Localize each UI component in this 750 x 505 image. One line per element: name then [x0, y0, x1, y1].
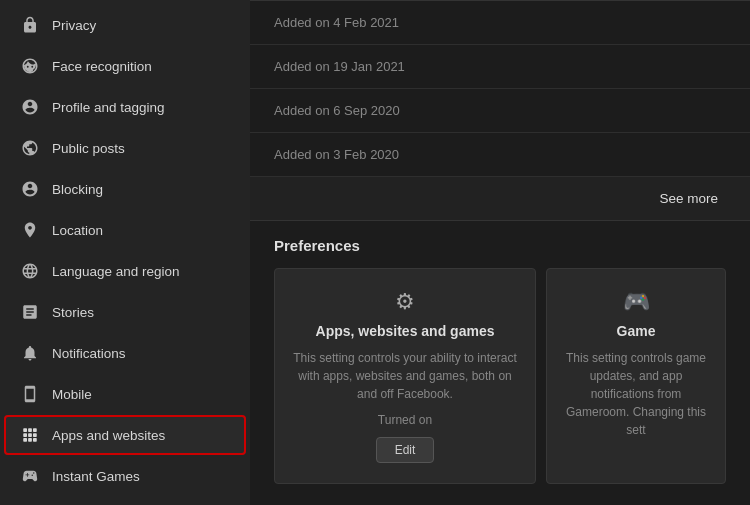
- svg-rect-3: [23, 433, 27, 437]
- apps-websites-games-title: Apps, websites and games: [291, 323, 519, 339]
- apps-websites-games-edit-button[interactable]: Edit: [376, 437, 435, 463]
- sidebar-label-mobile: Mobile: [52, 387, 92, 402]
- sidebar-label-stories: Stories: [52, 305, 94, 320]
- sidebar: Privacy Face recognition Profile and tag…: [0, 0, 250, 505]
- sidebar-item-notifications[interactable]: Notifications: [4, 333, 246, 373]
- stories-icon: [20, 302, 40, 322]
- svg-rect-6: [23, 438, 27, 442]
- sidebar-item-location[interactable]: Location: [4, 210, 246, 250]
- game-title: Game: [563, 323, 709, 339]
- sidebar-item-instant-games[interactable]: Instant Games: [4, 456, 246, 496]
- sidebar-item-profile-tagging[interactable]: Profile and tagging: [4, 87, 246, 127]
- sidebar-item-apps-websites[interactable]: Apps and websites: [4, 415, 246, 455]
- sidebar-item-public-posts[interactable]: Public posts: [4, 128, 246, 168]
- svg-rect-0: [23, 428, 27, 432]
- gamepad-icon: [20, 466, 40, 486]
- svg-rect-1: [28, 428, 32, 432]
- location-icon: [20, 220, 40, 240]
- pref-card-apps-websites-games: ⚙ Apps, websites and games This setting …: [274, 268, 536, 484]
- see-more-button[interactable]: See more: [651, 187, 726, 210]
- sidebar-item-mobile[interactable]: Mobile: [4, 374, 246, 414]
- mobile-icon: [20, 384, 40, 404]
- apps-websites-games-status: Turned on: [291, 413, 519, 427]
- game-desc: This setting controls game updates, and …: [563, 349, 709, 439]
- pref-card-game: 🎮 Game This setting controls game update…: [546, 268, 726, 484]
- apps-icon: [20, 425, 40, 445]
- sidebar-label-apps-websites: Apps and websites: [52, 428, 165, 443]
- profile-tag-icon: [20, 97, 40, 117]
- language-icon: [20, 261, 40, 281]
- see-more-row: See more: [250, 177, 750, 221]
- main-content: Added on 4 Feb 2021 Added on 19 Jan 2021…: [250, 0, 750, 505]
- globe-icon: [20, 138, 40, 158]
- preference-cards: ⚙ Apps, websites and games This setting …: [274, 268, 726, 484]
- preferences-title: Preferences: [274, 237, 726, 254]
- sidebar-label-language-region: Language and region: [52, 264, 180, 279]
- date-row-1: Added on 19 Jan 2021: [250, 45, 750, 89]
- sidebar-label-face-recognition: Face recognition: [52, 59, 152, 74]
- block-icon: [20, 179, 40, 199]
- apps-websites-games-icon: ⚙: [291, 289, 519, 315]
- bell-icon: [20, 343, 40, 363]
- sidebar-item-blocking[interactable]: Blocking: [4, 169, 246, 209]
- preferences-section: Preferences ⚙ Apps, websites and games T…: [250, 221, 750, 492]
- sidebar-label-location: Location: [52, 223, 103, 238]
- sidebar-item-face-recognition[interactable]: Face recognition: [4, 46, 246, 86]
- svg-rect-4: [28, 433, 32, 437]
- date-rows: Added on 4 Feb 2021 Added on 19 Jan 2021…: [250, 0, 750, 177]
- sidebar-item-stories[interactable]: Stories: [4, 292, 246, 332]
- lock-icon: [20, 15, 40, 35]
- game-icon: 🎮: [563, 289, 709, 315]
- svg-rect-7: [28, 438, 32, 442]
- sidebar-label-public-posts: Public posts: [52, 141, 125, 156]
- sidebar-label-notifications: Notifications: [52, 346, 126, 361]
- sidebar-label-blocking: Blocking: [52, 182, 103, 197]
- date-row-3: Added on 3 Feb 2020: [250, 133, 750, 177]
- sidebar-label-instant-games: Instant Games: [52, 469, 140, 484]
- svg-rect-5: [33, 433, 37, 437]
- face-icon: [20, 56, 40, 76]
- svg-rect-2: [33, 428, 37, 432]
- date-row-2: Added on 6 Sep 2020: [250, 89, 750, 133]
- sidebar-item-business-integrations[interactable]: Business integrations: [4, 497, 246, 505]
- date-row-0: Added on 4 Feb 2021: [250, 1, 750, 45]
- sidebar-label-profile-tagging: Profile and tagging: [52, 100, 165, 115]
- apps-websites-games-desc: This setting controls your ability to in…: [291, 349, 519, 403]
- sidebar-item-privacy[interactable]: Privacy: [4, 5, 246, 45]
- svg-rect-8: [33, 438, 37, 442]
- sidebar-item-language-region[interactable]: Language and region: [4, 251, 246, 291]
- sidebar-label-privacy: Privacy: [52, 18, 96, 33]
